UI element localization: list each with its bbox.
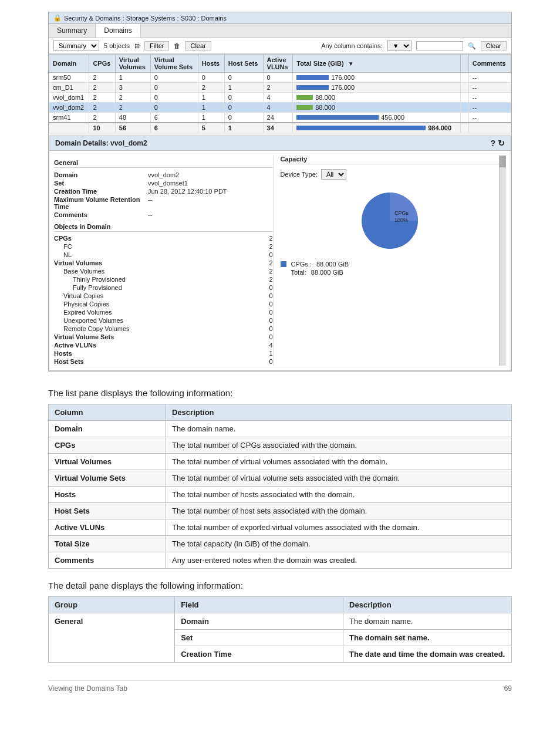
obj-cpgs-label: CPGs bbox=[54, 235, 72, 242]
cell-comments: -- bbox=[468, 113, 511, 123]
detail-comments-row: Comments -- bbox=[54, 211, 273, 218]
domain-label: Domain bbox=[54, 171, 148, 178]
obj-unexp-row: Unexported Volumes 0 bbox=[54, 316, 273, 325]
cell-active-vluns: 24 bbox=[263, 113, 293, 123]
objects-count: 5 objects bbox=[104, 42, 130, 49]
domain-table: Domain CPGs VirtualVolumes VirtualVolume… bbox=[49, 54, 511, 133]
cap-title: Capacity bbox=[281, 156, 500, 164]
cell-cpgs: 2 bbox=[89, 103, 115, 113]
screenshot-panel: 🔒 Security & Domains : Storage Systems :… bbox=[48, 12, 512, 372]
col-spacer bbox=[461, 55, 468, 73]
obj-hostsets-row: Host Sets 0 bbox=[54, 357, 273, 366]
col-comments[interactable]: Comments bbox=[468, 55, 511, 73]
cell-cpgs: 2 bbox=[89, 113, 115, 123]
col-domain[interactable]: Domain bbox=[49, 55, 89, 73]
pie-chart: CPGs 100% bbox=[355, 185, 425, 256]
desc-set: The domain set name. bbox=[343, 630, 512, 646]
cell-cpgs: 2 bbox=[89, 93, 115, 103]
detail-maxretention-row: Maximum Volume Retention Time -- bbox=[54, 196, 273, 210]
clear-icon: 🗑 bbox=[174, 42, 180, 49]
detail-header-icons[interactable]: ? ↻ bbox=[490, 139, 505, 148]
cell-hosts: 1 bbox=[198, 103, 224, 113]
obj-full-label: Fully Provisioned bbox=[73, 284, 122, 291]
device-type-select[interactable]: All bbox=[321, 169, 346, 180]
footer-left: Viewing the Domains Tab bbox=[48, 684, 127, 693]
table-row[interactable]: srm41 2 48 6 1 0 24 456.000 -- bbox=[49, 113, 511, 123]
table-row[interactable]: vvol_dom1 2 2 0 1 0 4 88.000 -- bbox=[49, 93, 511, 103]
footer-page-number: 69 bbox=[504, 684, 512, 693]
cell-domain: srm41 bbox=[49, 113, 89, 123]
total-vvol-sets: 6 bbox=[150, 123, 198, 133]
col-active-vluns[interactable]: ActiveVLUNs bbox=[263, 55, 293, 73]
cpgs-stat-label: CPGs : bbox=[291, 261, 312, 268]
filter-input[interactable] bbox=[416, 41, 463, 50]
cell-comments: -- bbox=[468, 93, 511, 103]
col-name: Virtual Volumes bbox=[49, 454, 166, 470]
clear-button[interactable]: Clear bbox=[185, 41, 211, 50]
cell-vvols: 48 bbox=[115, 113, 150, 123]
col-hosts[interactable]: Hosts bbox=[198, 55, 224, 73]
total-cpgs: 10 bbox=[89, 123, 115, 133]
cell-vvol-sets: 0 bbox=[150, 73, 198, 83]
cell-host-sets: 0 bbox=[224, 93, 263, 103]
col-virtual-volumes[interactable]: VirtualVolumes bbox=[115, 55, 150, 73]
obj-vv-label: Virtual Volumes bbox=[54, 259, 102, 266]
title-bar: 🔒 Security & Domains : Storage Systems :… bbox=[49, 12, 511, 24]
col-name: Domain bbox=[49, 421, 166, 437]
table-row[interactable]: srm50 2 1 0 0 0 0 176.000 -- bbox=[49, 73, 511, 83]
tab-summary[interactable]: Summary bbox=[49, 24, 96, 38]
col-header-column: Column bbox=[49, 404, 166, 421]
filter-clear-button[interactable]: Clear bbox=[481, 41, 507, 50]
cell-host-sets: 0 bbox=[224, 113, 263, 123]
list-item: Virtual Volume Sets The total number of … bbox=[49, 470, 512, 487]
col-total-size[interactable]: Total Size (GiB) ▼ bbox=[293, 55, 461, 73]
cell-hosts: 1 bbox=[198, 93, 224, 103]
cell-bar: 88.000 bbox=[293, 103, 461, 113]
table-row[interactable]: vvol_dom2 2 2 0 1 0 4 88.000 -- bbox=[49, 103, 511, 113]
detail-pane-heading: The detail pane displays the following i… bbox=[48, 580, 512, 590]
desc-creation-time: The date and time the domain was created… bbox=[343, 646, 512, 663]
cell-vvols: 2 bbox=[115, 103, 150, 113]
cap-cpgs-row: CPGs : 88.000 GiB bbox=[281, 261, 500, 268]
filter-button[interactable]: Filter bbox=[144, 41, 169, 50]
cell-host-sets: 0 bbox=[224, 73, 263, 83]
cell-active-vluns: 4 bbox=[263, 103, 293, 113]
col-virtual-volume-sets[interactable]: VirtualVolume Sets bbox=[150, 55, 198, 73]
field-creation-time: Creation Time bbox=[175, 646, 343, 663]
cell-hosts: 0 bbox=[198, 73, 224, 83]
col-desc: The total number of exported virtual vol… bbox=[166, 519, 512, 536]
cell-vvols: 3 bbox=[115, 83, 150, 93]
detail-title: Domain Details: vvol_dom2 bbox=[55, 139, 147, 147]
filter-type-select[interactable]: ▼ bbox=[387, 40, 411, 51]
pie-label: CPGs bbox=[394, 210, 409, 216]
cell-domain: cm_D1 bbox=[49, 83, 89, 93]
obj-vvsets-row: Virtual Volume Sets 0 bbox=[54, 333, 273, 341]
filter-label: Filter bbox=[150, 42, 164, 49]
group-general: General bbox=[49, 613, 175, 663]
obj-avluns-row: Active VLUNs 4 bbox=[54, 341, 273, 349]
filter-label-text: Any column contains: bbox=[321, 42, 383, 49]
col-desc: The total number of host sets associated… bbox=[166, 503, 512, 519]
list-item: Domain The domain name. bbox=[49, 421, 512, 437]
table-row[interactable]: cm_D1 2 3 0 2 1 2 176.000 -- bbox=[49, 83, 511, 93]
total-stat-label: Total: bbox=[291, 269, 306, 276]
col-header-description: Description bbox=[343, 597, 512, 613]
device-type-row: Device Type: All bbox=[281, 169, 500, 180]
total-host-sets: 1 bbox=[224, 123, 263, 133]
col-name: Comments bbox=[49, 552, 166, 569]
col-host-sets[interactable]: Host Sets bbox=[224, 55, 263, 73]
obj-cpgs-row: CPGs 2 bbox=[54, 234, 273, 242]
tab-domains[interactable]: Domains bbox=[96, 24, 140, 38]
list-item: General Domain The domain name. bbox=[49, 613, 512, 630]
detail-pane-table: Group Field Description General Domain T… bbox=[48, 596, 512, 663]
obj-avluns-label: Active VLUNs bbox=[54, 342, 96, 349]
objects-title: Objects in Domain bbox=[54, 223, 273, 232]
set-label: Set bbox=[54, 180, 148, 187]
refresh-icon[interactable]: ↻ bbox=[498, 139, 505, 148]
col-cpgs[interactable]: CPGs bbox=[89, 55, 115, 73]
desc-domain: The domain name. bbox=[343, 613, 512, 630]
page-footer: Viewing the Domains Tab 69 bbox=[48, 680, 512, 693]
summary-select[interactable]: Summary bbox=[53, 40, 99, 51]
obj-nl-row: NL 0 bbox=[54, 251, 273, 259]
question-icon[interactable]: ? bbox=[490, 139, 495, 148]
